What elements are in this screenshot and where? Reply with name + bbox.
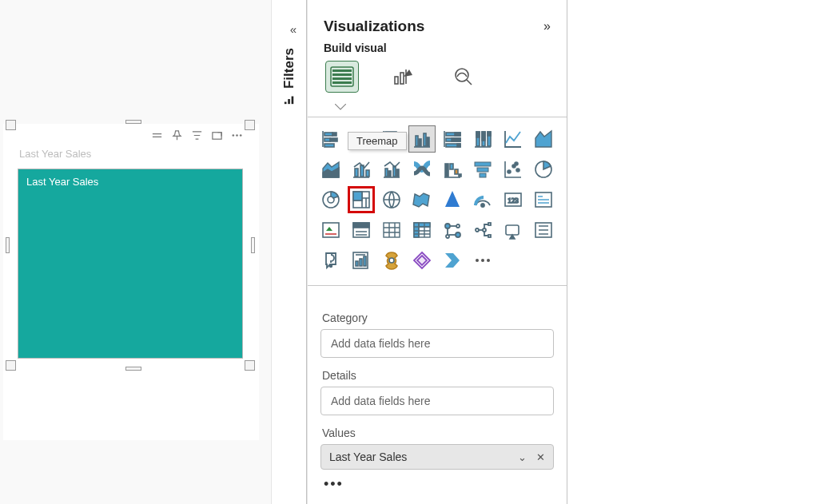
viz-100-stacked-bar[interactable] bbox=[439, 125, 466, 153]
svg-point-62 bbox=[515, 162, 518, 165]
svg-rect-49 bbox=[388, 171, 391, 177]
filters-pane-collapsed[interactable]: « Filters bbox=[272, 0, 307, 504]
svg-rect-54 bbox=[455, 169, 458, 174]
resize-handle-top-right[interactable] bbox=[245, 120, 255, 130]
viz-card[interactable]: 123 bbox=[500, 186, 527, 213]
tab-build-visual[interactable] bbox=[325, 61, 359, 93]
svg-rect-8 bbox=[332, 69, 352, 72]
treemap-body[interactable]: Last Year Sales bbox=[18, 169, 243, 359]
values-label: Values bbox=[322, 427, 552, 439]
svg-rect-38 bbox=[457, 144, 460, 147]
viz-arcgis[interactable] bbox=[408, 247, 436, 274]
svg-point-85 bbox=[483, 228, 486, 232]
resize-handle-bottom-right[interactable] bbox=[245, 360, 255, 371]
svg-rect-34 bbox=[455, 133, 460, 136]
details-label: Details bbox=[322, 369, 552, 382]
svg-point-80 bbox=[445, 224, 450, 228]
svg-rect-79 bbox=[414, 223, 419, 237]
svg-rect-4 bbox=[284, 102, 286, 105]
viz-scatter[interactable] bbox=[500, 156, 527, 183]
svg-rect-16 bbox=[332, 133, 336, 136]
viz-python-visual[interactable] bbox=[469, 216, 496, 244]
viz-funnel[interactable] bbox=[469, 156, 496, 183]
viz-paginated-report[interactable] bbox=[378, 247, 405, 274]
svg-point-82 bbox=[446, 235, 449, 238]
collapse-pane-icon[interactable]: » bbox=[543, 19, 551, 34]
more-options-icon[interactable]: ••• bbox=[320, 470, 554, 493]
viz-pie[interactable] bbox=[530, 156, 557, 183]
viz-line-stacked-column[interactable]: Treemap bbox=[348, 156, 375, 183]
tab-analytics[interactable] bbox=[447, 61, 480, 93]
viz-map[interactable] bbox=[378, 186, 405, 213]
viz-power-apps[interactable] bbox=[439, 247, 466, 274]
viz-matrix[interactable] bbox=[408, 216, 436, 244]
viz-slicer[interactable] bbox=[348, 216, 375, 244]
values-well[interactable]: Last Year Sales ⌄ ✕ bbox=[320, 444, 554, 470]
viz-table[interactable] bbox=[378, 216, 405, 244]
treemap-node-label: Last Year Sales bbox=[18, 169, 242, 194]
viz-clustered-column[interactable] bbox=[408, 125, 436, 153]
viz-gauge[interactable] bbox=[469, 186, 496, 213]
viz-ribbon-chart[interactable] bbox=[408, 156, 436, 183]
resize-handle-left[interactable] bbox=[6, 237, 10, 253]
svg-rect-32 bbox=[427, 137, 429, 146]
svg-rect-9 bbox=[332, 73, 352, 76]
pin-icon[interactable] bbox=[171, 129, 183, 141]
viz-qa[interactable] bbox=[317, 247, 344, 274]
viz-r-visual[interactable] bbox=[439, 216, 466, 244]
remove-field-icon[interactable]: ✕ bbox=[536, 451, 545, 463]
drill-mode-icon[interactable] bbox=[151, 129, 163, 141]
expand-filters-icon[interactable]: « bbox=[290, 22, 297, 36]
svg-rect-57 bbox=[477, 168, 488, 172]
visualizations-pane: Visualizations » Build visual Treemap bbox=[307, 0, 567, 504]
viz-treemap[interactable] bbox=[348, 186, 375, 213]
details-well[interactable]: Add data fields here bbox=[320, 387, 554, 415]
viz-area-chart[interactable] bbox=[530, 125, 557, 153]
resize-handle-top[interactable] bbox=[125, 120, 141, 124]
tab-format-visual[interactable] bbox=[386, 61, 420, 93]
viz-line-clustered-column[interactable] bbox=[378, 156, 405, 183]
treemap-visual[interactable]: Last Year Sales Last Year Sales bbox=[11, 125, 249, 365]
viz-stacked-bar[interactable] bbox=[317, 125, 344, 153]
pane-title: Visualizations bbox=[324, 18, 424, 35]
filter-icon[interactable] bbox=[191, 129, 203, 141]
visualization-gallery: Treemap 123 bbox=[308, 125, 567, 274]
focus-mode-icon[interactable] bbox=[211, 129, 223, 141]
svg-rect-50 bbox=[393, 166, 396, 177]
resize-handle-right[interactable] bbox=[251, 237, 255, 253]
value-chip-label: Last Year Sales bbox=[329, 450, 407, 463]
viz-multi-row-card[interactable] bbox=[530, 186, 557, 213]
svg-rect-12 bbox=[395, 77, 398, 84]
viz-key-influencer[interactable] bbox=[500, 216, 527, 244]
resize-handle-top-left[interactable] bbox=[6, 120, 16, 130]
svg-point-81 bbox=[456, 224, 460, 228]
svg-rect-86 bbox=[488, 223, 491, 225]
svg-point-97 bbox=[481, 259, 484, 262]
svg-rect-47 bbox=[366, 170, 369, 177]
viz-stacked-area[interactable] bbox=[317, 156, 344, 183]
chevron-down-icon[interactable]: ⌄ bbox=[518, 451, 527, 463]
viz-100-stacked-column[interactable] bbox=[469, 125, 496, 153]
resize-handle-bottom[interactable] bbox=[125, 367, 141, 371]
viz-smart-narrative[interactable] bbox=[348, 247, 375, 274]
viz-waterfall[interactable] bbox=[439, 156, 466, 183]
viz-donut[interactable] bbox=[317, 186, 344, 213]
svg-rect-29 bbox=[416, 136, 418, 146]
category-well[interactable]: Add data fields here bbox=[320, 329, 554, 358]
viz-azure-map[interactable] bbox=[439, 186, 466, 213]
svg-rect-31 bbox=[424, 133, 426, 146]
svg-point-59 bbox=[508, 170, 511, 173]
svg-point-1 bbox=[233, 134, 235, 137]
category-label: Category bbox=[322, 312, 552, 324]
viz-filled-map[interactable] bbox=[408, 186, 436, 213]
svg-rect-40 bbox=[476, 132, 480, 137]
viz-kpi[interactable] bbox=[317, 216, 344, 244]
build-tabs bbox=[308, 61, 567, 99]
report-canvas: Last Year Sales Last Year Sales bbox=[0, 0, 272, 504]
resize-handle-bottom-left[interactable] bbox=[6, 360, 16, 371]
more-options-icon[interactable] bbox=[231, 129, 243, 141]
viz-decomposition-tree[interactable] bbox=[530, 216, 557, 244]
viz-get-more[interactable] bbox=[469, 247, 496, 274]
viz-line-chart[interactable] bbox=[500, 125, 527, 153]
pane-subtitle: Build visual bbox=[308, 40, 567, 61]
